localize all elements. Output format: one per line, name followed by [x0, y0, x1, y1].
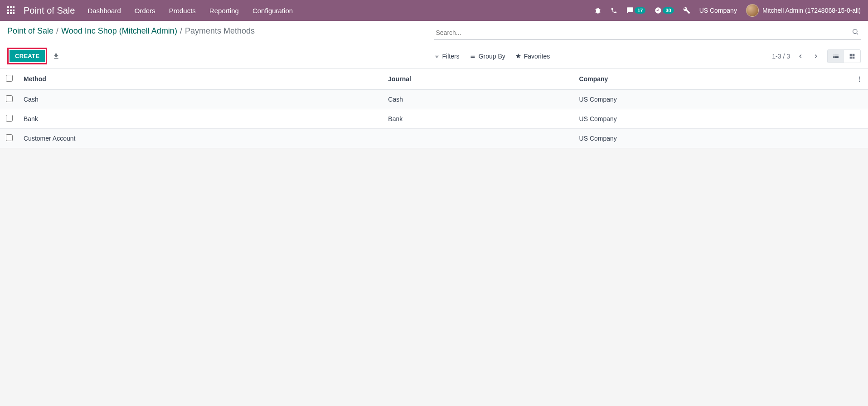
- menu-dashboard[interactable]: Dashboard: [87, 7, 121, 15]
- row-checkbox[interactable]: [6, 115, 13, 122]
- pager-next[interactable]: [811, 51, 821, 61]
- top-navbar: Point of Sale Dashboard Orders Products …: [0, 0, 868, 21]
- messages-badge: 17: [635, 7, 645, 14]
- search-icon[interactable]: [852, 28, 859, 35]
- app-brand[interactable]: Point of Sale: [24, 5, 75, 16]
- cell-method: Cash: [18, 90, 383, 109]
- activities-badge: 30: [663, 7, 674, 14]
- cell-journal: [383, 129, 573, 148]
- table-row[interactable]: BankBankUS Company: [0, 109, 868, 129]
- tools-icon[interactable]: [683, 7, 690, 14]
- cell-company: US Company: [574, 90, 851, 109]
- menu-reporting[interactable]: Reporting: [209, 7, 239, 15]
- pager: 1-3 / 3: [772, 51, 821, 61]
- cell-method: Customer Account: [18, 129, 383, 148]
- search-input[interactable]: [434, 26, 861, 39]
- user-menu[interactable]: Mitchell Admin (17248068-15-0-all): [746, 4, 861, 17]
- filters-button[interactable]: Filters: [434, 53, 460, 60]
- create-highlight: CREATE: [7, 48, 47, 64]
- messages-icon[interactable]: 17: [626, 7, 645, 14]
- list-view: Method Journal Company ⋮ CashCashUS Comp…: [0, 68, 868, 148]
- phone-icon[interactable]: [611, 7, 617, 14]
- col-company[interactable]: Company: [574, 68, 851, 90]
- menu-orders[interactable]: Orders: [135, 7, 155, 15]
- breadcrumb-link-1[interactable]: Wood Inc Shop (Mitchell Admin): [61, 26, 177, 36]
- search-container: [434, 26, 861, 39]
- debug-icon[interactable]: [594, 7, 601, 14]
- svg-point-0: [853, 29, 857, 34]
- table-row[interactable]: Customer AccountUS Company: [0, 129, 868, 148]
- select-all-checkbox[interactable]: [6, 75, 13, 82]
- apps-icon[interactable]: [7, 6, 15, 15]
- menu-products[interactable]: Products: [169, 7, 196, 15]
- groupby-button[interactable]: Group By: [470, 53, 505, 60]
- pager-prev[interactable]: [795, 51, 805, 61]
- breadcrumb-current: Payments Methods: [185, 26, 255, 36]
- kanban-view-button[interactable]: [844, 50, 860, 63]
- row-checkbox[interactable]: [6, 95, 13, 102]
- create-button[interactable]: CREATE: [10, 50, 45, 62]
- svg-line-1: [857, 33, 858, 34]
- cell-method: Bank: [18, 109, 383, 129]
- company-selector[interactable]: US Company: [699, 7, 737, 14]
- col-journal[interactable]: Journal: [383, 68, 573, 90]
- cell-journal: Cash: [383, 90, 573, 109]
- table-row[interactable]: CashCashUS Company: [0, 90, 868, 109]
- cell-journal: Bank: [383, 109, 573, 129]
- view-switcher: [827, 49, 861, 63]
- user-name: Mitchell Admin (17248068-15-0-all): [762, 7, 861, 14]
- list-view-button[interactable]: [828, 50, 844, 63]
- export-icon[interactable]: [53, 53, 60, 60]
- optional-columns-icon[interactable]: ⋮: [851, 68, 868, 90]
- control-panel: Point of Sale / Wood Inc Shop (Mitchell …: [0, 21, 868, 68]
- main-menu: Dashboard Orders Products Reporting Conf…: [87, 7, 293, 15]
- cell-company: US Company: [574, 109, 851, 129]
- avatar: [746, 4, 759, 17]
- cell-company: US Company: [574, 129, 851, 148]
- activities-icon[interactable]: 30: [655, 7, 674, 14]
- row-checkbox[interactable]: [6, 134, 13, 141]
- col-method[interactable]: Method: [18, 68, 383, 90]
- menu-configuration[interactable]: Configuration: [252, 7, 293, 15]
- breadcrumb-link-0[interactable]: Point of Sale: [7, 26, 53, 36]
- favorites-button[interactable]: Favorites: [515, 53, 550, 60]
- breadcrumb: Point of Sale / Wood Inc Shop (Mitchell …: [7, 26, 255, 36]
